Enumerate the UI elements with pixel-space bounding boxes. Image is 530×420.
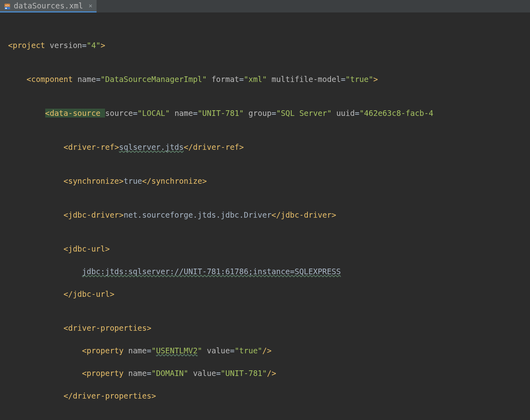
- code-line: <data-source source="LOCAL" name="UNIT-7…: [8, 107, 530, 119]
- code-line: jdbc:jtds:sqlserver://UNIT-781:61786;ins…: [8, 266, 530, 277]
- tab-bar: </> dataSources.xml ✕: [0, 0, 530, 13]
- code-line: </driver-properties>: [8, 390, 530, 401]
- svg-rect-1: [4, 7, 10, 9]
- code-line: <synchronize>true</synchronize>: [8, 175, 530, 187]
- code-line: <component name="DataSourceManagerImpl" …: [8, 74, 530, 85]
- code-line: <property name="USENTLMV2" value="true"/…: [8, 345, 530, 356]
- code-line: <property name="DOMAIN" value="UNIT-781"…: [8, 368, 530, 379]
- svg-text:</>: </>: [5, 4, 9, 7]
- file-tab-label: dataSources.xml: [14, 1, 83, 10]
- svg-point-3: [5, 8, 7, 9]
- xml-file-icon: </>: [4, 2, 11, 9]
- code-line: <jdbc-url>: [8, 243, 530, 254]
- code-line: <driver-ref>sqlserver.jtds</driver-ref>: [8, 141, 530, 153]
- code-line: <driver-properties>: [8, 322, 530, 334]
- code-line: </jdbc-url>: [8, 288, 530, 300]
- code-line: <jdbc-driver>net.sourceforge.jtds.jdbc.D…: [8, 209, 530, 220]
- file-tab[interactable]: </> dataSources.xml ✕: [0, 0, 97, 13]
- code-editor[interactable]: <project version="4"> <component name="D…: [0, 13, 530, 420]
- close-icon[interactable]: ✕: [86, 2, 93, 9]
- code-line: <project version="4">: [8, 40, 530, 51]
